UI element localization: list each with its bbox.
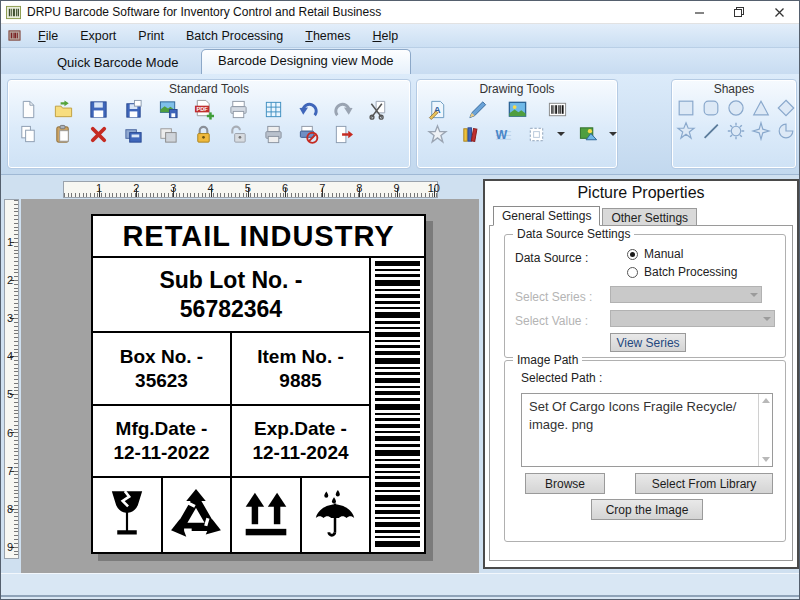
new-document-button[interactable] bbox=[16, 97, 40, 121]
pie-shape-button[interactable] bbox=[775, 120, 797, 142]
select-series-dropdown[interactable] bbox=[610, 286, 762, 303]
seal-shape-button[interactable] bbox=[725, 120, 747, 142]
ellipse-shape-button[interactable] bbox=[725, 97, 747, 119]
window-title: DRPU Barcode Software for Inventory Cont… bbox=[27, 5, 381, 19]
barcode-bar bbox=[375, 391, 420, 395]
exp-date-cell[interactable]: Exp.Date - 12-11-2024 bbox=[230, 406, 369, 476]
menu-item-file[interactable]: File bbox=[27, 26, 69, 46]
minimize-button[interactable] bbox=[679, 1, 719, 23]
rounded-rectangle-shape-button[interactable] bbox=[700, 97, 722, 119]
select-from-library-button[interactable]: Select From Library bbox=[635, 473, 773, 494]
barcode-bar bbox=[375, 321, 420, 324]
export-pdf-button[interactable]: PDF bbox=[191, 97, 215, 121]
menu-item-themes[interactable]: Themes bbox=[294, 26, 361, 46]
path-scrollbar[interactable] bbox=[758, 394, 772, 466]
tab-barcode-designing-view-mode[interactable]: Barcode Designing view Mode bbox=[201, 49, 411, 74]
design-canvas[interactable]: RETAIL INDUSTRY Sub Lot No. - 56782364 B… bbox=[21, 199, 479, 573]
library-button[interactable] bbox=[458, 122, 482, 146]
add-picture-button[interactable] bbox=[505, 97, 529, 121]
this-side-up-cell[interactable] bbox=[230, 478, 300, 552]
barcode-label[interactable]: RETAIL INDUSTRY Sub Lot No. - 56782364 B… bbox=[91, 214, 426, 554]
print-button[interactable] bbox=[226, 97, 250, 121]
diamond-icon bbox=[776, 98, 796, 118]
gallery-dropdown-caret-icon[interactable] bbox=[609, 132, 617, 136]
open-file-button[interactable] bbox=[51, 97, 75, 121]
paste-button[interactable] bbox=[51, 122, 75, 146]
open-file-icon bbox=[53, 99, 74, 120]
cut-button[interactable] bbox=[366, 97, 390, 121]
grid-view-button[interactable] bbox=[261, 97, 285, 121]
radio-manual-icon[interactable] bbox=[627, 249, 638, 260]
save-all-icon bbox=[123, 99, 144, 120]
restore-button[interactable] bbox=[719, 1, 759, 23]
radio-batch-processing-icon[interactable] bbox=[627, 267, 638, 278]
copy-object-button[interactable] bbox=[121, 122, 145, 146]
delete-button[interactable] bbox=[86, 122, 110, 146]
copy-button[interactable] bbox=[16, 122, 40, 146]
add-shape-button[interactable] bbox=[425, 122, 449, 146]
redo-button[interactable] bbox=[331, 97, 355, 121]
barcode-bar bbox=[375, 340, 420, 342]
rectangle-shape-button[interactable] bbox=[675, 97, 697, 119]
lock-button[interactable] bbox=[191, 122, 215, 146]
save-image-button[interactable] bbox=[156, 97, 180, 121]
menu-item-batch-processing[interactable]: Batch Processing bbox=[175, 26, 294, 46]
watermark-button[interactable]: W bbox=[491, 122, 515, 146]
browse-button[interactable]: Browse bbox=[525, 473, 605, 494]
save-all-button[interactable] bbox=[121, 97, 145, 121]
print-icon bbox=[228, 99, 249, 120]
unlock-button[interactable] bbox=[226, 122, 250, 146]
view-series-button[interactable]: View Series bbox=[610, 333, 686, 352]
add-barcode-button[interactable] bbox=[545, 97, 569, 121]
barcode[interactable] bbox=[369, 258, 424, 552]
recycle-cell[interactable] bbox=[161, 478, 231, 552]
undo-button[interactable] bbox=[296, 97, 320, 121]
image-gallery-button[interactable] bbox=[576, 122, 600, 146]
duplicate-object-button[interactable] bbox=[156, 122, 180, 146]
menu-app-icon bbox=[8, 29, 21, 42]
standard-tools-row-2 bbox=[8, 121, 410, 146]
radio-manual[interactable]: Manual bbox=[627, 247, 683, 261]
item-no-cell[interactable]: Item No. - 9885 bbox=[230, 333, 369, 404]
selected-path-box[interactable]: Set Of Cargo Icons Fragile Recycle/ imag… bbox=[521, 393, 773, 467]
barcode-bar bbox=[375, 476, 420, 479]
add-text-button[interactable]: A bbox=[425, 97, 449, 121]
tab-quick-barcode-mode[interactable]: Quick Barcode Mode bbox=[47, 53, 188, 72]
print-preview-button[interactable] bbox=[261, 122, 285, 146]
barcode-bar bbox=[375, 490, 420, 492]
diamond-shape-button[interactable] bbox=[775, 97, 797, 119]
save-button[interactable] bbox=[86, 97, 110, 121]
fragile-cell[interactable] bbox=[93, 478, 161, 552]
exit-button[interactable] bbox=[331, 122, 355, 146]
scroll-down-icon[interactable] bbox=[762, 457, 770, 462]
triangle-shape-button[interactable] bbox=[750, 97, 772, 119]
menu-item-print[interactable]: Print bbox=[127, 26, 175, 46]
label-title[interactable]: RETAIL INDUSTRY bbox=[93, 216, 424, 258]
tab-other-settings[interactable]: Other Settings bbox=[602, 208, 697, 226]
keep-dry-cell[interactable] bbox=[300, 478, 370, 552]
cancel-print-button[interactable] bbox=[296, 122, 320, 146]
barcode-bar bbox=[375, 404, 420, 410]
crop-the-image-button[interactable]: Crop the Image bbox=[591, 499, 703, 520]
barcode-bar bbox=[375, 386, 420, 388]
select-value-dropdown[interactable] bbox=[610, 310, 775, 327]
ruler-number: 3 bbox=[7, 312, 13, 324]
pencil-button[interactable] bbox=[465, 97, 489, 121]
menu-item-export[interactable]: Export bbox=[69, 26, 127, 46]
four-point-star-shape-button[interactable] bbox=[750, 120, 772, 142]
close-button[interactable] bbox=[759, 1, 799, 23]
frame-button[interactable] bbox=[524, 122, 548, 146]
star-shape-button[interactable] bbox=[675, 120, 697, 142]
tab-general-settings[interactable]: General Settings bbox=[493, 206, 600, 226]
radio-batch-processing[interactable]: Batch Processing bbox=[627, 265, 737, 279]
frame-dropdown-caret-icon[interactable] bbox=[557, 132, 565, 136]
line-shape-button[interactable] bbox=[700, 120, 722, 142]
box-no-cell[interactable]: Box No. - 35623 bbox=[93, 333, 230, 404]
sub-lot-cell[interactable]: Sub Lot No. - 56782364 bbox=[93, 258, 369, 331]
menu-item-help[interactable]: Help bbox=[361, 26, 409, 46]
pencil-icon bbox=[467, 99, 488, 120]
panel-content: Data Source Settings Data Source : Manua… bbox=[489, 225, 793, 561]
scroll-up-icon[interactable] bbox=[762, 398, 770, 403]
mfg-date-cell[interactable]: Mfg.Date - 12-11-2022 bbox=[93, 406, 230, 476]
work-area: 12345678910 123456789 RETAIL INDUSTRY Su… bbox=[1, 175, 799, 573]
